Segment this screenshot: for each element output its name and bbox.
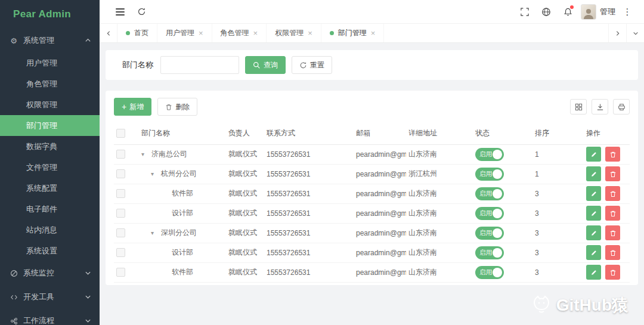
row-delete-button[interactable] xyxy=(605,147,620,162)
status-toggle[interactable]: 启用 xyxy=(475,266,504,279)
sidebar-item-role-manage[interactable]: 角色管理 xyxy=(0,73,100,94)
status-label: 启用 xyxy=(475,209,492,218)
collapse-caret-icon[interactable]: ▾ xyxy=(151,230,157,236)
row-checkbox[interactable] xyxy=(116,169,125,178)
sidebar-item-dept-manage[interactable]: 部门管理 xyxy=(0,115,100,136)
row-checkbox[interactable] xyxy=(116,248,125,257)
edit-button[interactable] xyxy=(586,245,601,260)
avatar-image xyxy=(582,7,595,19)
tab-home[interactable]: 首页 xyxy=(117,24,157,42)
page-content: 部门名称 查询 重置 + 新增 xyxy=(100,43,644,325)
delete-button[interactable]: 删除 xyxy=(157,98,197,116)
email-cell: pearadmin@gmai... xyxy=(354,262,406,282)
email-cell: pearadmin@gmai... xyxy=(354,223,406,243)
tabs-scroll-left-button[interactable] xyxy=(100,24,117,42)
sidebar-item-sys-config[interactable]: 系统配置 xyxy=(0,178,100,199)
sidebar-item-user-manage[interactable]: 用户管理 xyxy=(0,52,100,73)
row-checkbox[interactable] xyxy=(116,150,125,159)
email-cell: pearadmin@gmai... xyxy=(354,164,406,184)
tab-user-manage[interactable]: 用户管理 × xyxy=(157,24,212,42)
sidebar-group-label: 工作流程 xyxy=(23,315,79,325)
sidebar-group-monitor[interactable]: 系统监控 xyxy=(0,261,100,285)
tabs-menu-button[interactable] xyxy=(626,24,644,42)
tabs-scroll-right-button[interactable] xyxy=(608,24,626,42)
edit-button[interactable] xyxy=(586,166,601,181)
print-button[interactable] xyxy=(613,99,630,114)
status-toggle[interactable]: 启用 xyxy=(475,207,504,220)
username-label[interactable]: 管理 xyxy=(600,7,615,17)
email-cell: pearadmin@gmai... xyxy=(354,203,406,223)
refresh-button[interactable] xyxy=(131,0,152,24)
tab-dept-manage[interactable]: 部门管理 × xyxy=(321,24,385,42)
row-delete-button[interactable] xyxy=(605,186,620,201)
row-checkbox[interactable] xyxy=(116,209,125,218)
collapse-caret-icon[interactable]: ▾ xyxy=(141,151,148,157)
pencil-icon xyxy=(590,171,597,178)
col-header-dept-name: 部门名称 xyxy=(139,123,226,144)
status-toggle[interactable]: 启用 xyxy=(475,187,504,200)
dept-name-input[interactable] xyxy=(160,56,239,74)
avatar[interactable] xyxy=(581,4,596,20)
columns-filter-button[interactable] xyxy=(570,99,587,114)
sort-cell: 3 xyxy=(532,262,584,282)
query-button[interactable]: 查询 xyxy=(245,56,286,74)
status-toggle[interactable]: 启用 xyxy=(475,148,504,161)
tab-perm-manage[interactable]: 权限管理 × xyxy=(267,24,321,42)
sidebar-group-devtools[interactable]: 开发工具 xyxy=(0,285,100,309)
row-delete-button[interactable] xyxy=(605,245,620,260)
language-button[interactable] xyxy=(535,0,557,24)
cat-logo-icon xyxy=(531,295,552,315)
status-toggle[interactable]: 启用 xyxy=(475,227,504,240)
reset-button-label: 重置 xyxy=(310,60,324,70)
tab-close-icon[interactable]: × xyxy=(253,29,258,37)
reset-button[interactable]: 重置 xyxy=(292,56,332,74)
row-delete-button[interactable] xyxy=(605,265,620,280)
phone-cell: 15553726531 xyxy=(264,223,354,243)
tab-close-icon[interactable]: × xyxy=(371,29,376,37)
collapse-caret-icon[interactable]: ▾ xyxy=(151,171,157,177)
sort-cell: 3 xyxy=(532,184,584,203)
edit-button[interactable] xyxy=(586,147,601,162)
export-button[interactable] xyxy=(592,99,608,114)
status-toggle[interactable]: 启用 xyxy=(475,246,504,259)
sidebar-item-label: 权限管理 xyxy=(26,100,57,110)
sidebar-item-site-message[interactable]: 站内消息 xyxy=(0,219,100,240)
search-field-label: 部门名称 xyxy=(122,60,153,70)
row-checkbox[interactable] xyxy=(116,268,125,277)
edit-button[interactable] xyxy=(586,186,601,201)
row-delete-button[interactable] xyxy=(605,166,620,181)
add-button[interactable]: + 新增 xyxy=(114,98,151,116)
select-all-checkbox[interactable] xyxy=(116,129,125,138)
collapse-sidebar-button[interactable] xyxy=(109,0,131,24)
edit-button[interactable] xyxy=(586,265,601,280)
edit-button[interactable] xyxy=(586,206,601,221)
row-checkbox[interactable] xyxy=(116,189,125,198)
sidebar-item-label: 角色管理 xyxy=(26,79,57,89)
sidebar-group-workflow[interactable]: 工作流程 xyxy=(0,309,100,325)
sidebar-item-file-manage[interactable]: 文件管理 xyxy=(0,157,100,178)
pencil-icon xyxy=(590,190,597,197)
table-row: ▾深圳分公司 就眠仪式 15553726531 pearadmin@gmai..… xyxy=(114,223,630,243)
sidebar-item-perm-manage[interactable]: 权限管理 xyxy=(0,94,100,115)
table-header-row: 部门名称 负责人 联系方式 邮箱 详细地址 状态 排序 操作 xyxy=(114,123,630,144)
sidebar-group-system[interactable]: ⚙ 系统管理 xyxy=(0,29,100,52)
tab-role-manage[interactable]: 角色管理 × xyxy=(212,24,267,42)
tab-close-icon[interactable]: × xyxy=(308,29,312,37)
sidebar-item-data-dict[interactable]: 数据字典 xyxy=(0,136,100,157)
sidebar-item-sys-settings[interactable]: 系统设置 xyxy=(0,240,100,261)
edit-button[interactable] xyxy=(586,225,601,240)
sidebar-item-label: 文件管理 xyxy=(26,162,57,173)
col-header-email: 邮箱 xyxy=(354,123,406,144)
toggle-knob xyxy=(493,189,502,199)
fullscreen-button[interactable] xyxy=(514,0,535,24)
tab-close-icon[interactable]: × xyxy=(199,29,203,37)
row-delete-button[interactable] xyxy=(605,206,620,221)
row-checkbox[interactable] xyxy=(116,228,125,237)
status-toggle[interactable]: 启用 xyxy=(475,168,504,181)
dept-name: 软件部 xyxy=(172,268,193,276)
more-menu-button[interactable]: ⋮ xyxy=(617,0,638,24)
sidebar-item-email[interactable]: 电子邮件 xyxy=(0,199,100,219)
notifications-button[interactable] xyxy=(557,0,578,24)
row-delete-button[interactable] xyxy=(605,225,620,240)
table-row: 设计部 就眠仪式 15553726531 pearadmin@gmai... 山… xyxy=(114,203,630,223)
